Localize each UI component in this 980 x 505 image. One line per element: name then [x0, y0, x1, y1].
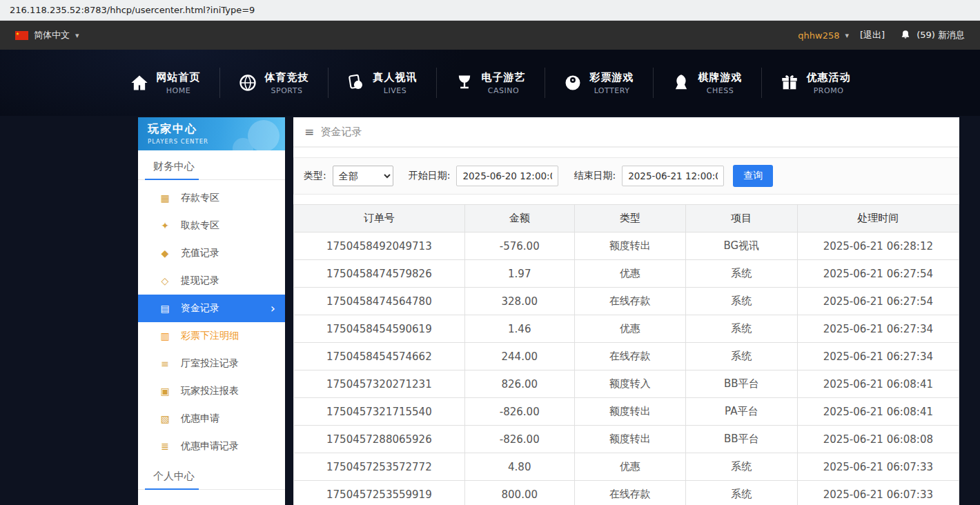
sidebar-header: 玩家中心 PLAYERS CENTER [138, 117, 285, 150]
table-cell: -826.00 [464, 398, 574, 426]
table-cell: 系统 [685, 288, 797, 315]
nav-item-title: 体育竞技 [265, 71, 309, 84]
table-row: 1750457320271231826.00额度转入BB平台2025-06-21… [294, 370, 959, 398]
sidebar-item-lottery-bet-detail[interactable]: ▥彩票下注明细 [138, 322, 285, 350]
table-cell: 2025-06-21 06:07:33 [797, 453, 959, 481]
nav-item-title: 真人视讯 [373, 71, 418, 84]
home-icon [130, 73, 149, 92]
content: 玩家中心 PLAYERS CENTER 财务中心 ▦存款专区✦取款专区◆充值记录… [0, 116, 980, 505]
sidebar-item-funds-history[interactable]: ▤资金记录› [138, 295, 285, 322]
table-cell: 在线存款 [574, 343, 685, 370]
nav-item-title: 网站首页 [157, 71, 201, 84]
table-cell: 额度转出 [574, 426, 685, 453]
url-text: 216.118.235.52:8783/hhcp/usercenter.html… [10, 5, 255, 15]
sidebar-item-label: 彩票下注明细 [181, 330, 239, 342]
sidebar-item-deposit[interactable]: ▦存款专区 [138, 184, 285, 212]
messages-link[interactable]: (59) 新消息 [917, 29, 965, 41]
nav-item-subtitle: HOME [166, 86, 190, 95]
start-date-input[interactable] [456, 166, 558, 186]
end-date-input[interactable] [622, 166, 724, 186]
sidebar-item-label: 提现记录 [181, 275, 219, 287]
type-label: 类型: [304, 170, 326, 182]
sidebar-item-promo-apply[interactable]: ▧优惠申请 [138, 405, 285, 433]
nav-item-title: 优惠活动 [807, 71, 851, 84]
column-header: 类型 [574, 205, 685, 232]
sidebar-title: 玩家中心 [148, 122, 285, 137]
bell-icon[interactable] [900, 30, 911, 41]
sidebar-item-label: 优惠申请记录 [181, 440, 239, 453]
table-cell: 系统 [685, 315, 797, 343]
chevron-down-icon[interactable]: ▾ [845, 31, 849, 40]
nav-item-lives[interactable]: 真人视讯LIVES [328, 65, 436, 101]
china-flag-icon [15, 31, 28, 40]
nav-item-home[interactable]: 网站首页HOME [111, 65, 219, 101]
column-header: 项目 [685, 205, 797, 232]
table-cell: 4.80 [464, 453, 574, 481]
withdraw-icon: ✦ [159, 220, 171, 231]
table-cell: 2025-06-21 06:08:41 [797, 370, 959, 398]
table-cell: BB平台 [685, 426, 797, 453]
search-button[interactable]: 查询 [733, 165, 773, 187]
nav-item-promo[interactable]: 优惠活动PROMO [761, 65, 870, 101]
table-cell: 1.46 [464, 315, 574, 343]
logout-link[interactable]: [退出] [860, 29, 885, 41]
table-cell: 2025-06-21 06:27:54 [797, 288, 959, 315]
sidebar-item-hall-bet-history[interactable]: ≡厅室投注记录 [138, 350, 285, 377]
main-nav: 网站首页HOME体育竞技SPORTS真人视讯LIVES电子游艺CASINO彩票游… [0, 50, 980, 116]
table-cell: 优惠 [574, 260, 685, 288]
sidebar-item-label: 取款专区 [181, 219, 219, 232]
table-header-row: 订单号金额类型项目处理时间 [294, 205, 959, 232]
sidebar-item-label: 玩家投注报表 [181, 385, 239, 397]
column-header: 处理时间 [797, 205, 959, 232]
sidebar-subtitle: PLAYERS CENTER [148, 138, 285, 145]
casino-icon [455, 73, 474, 92]
nav-item-title: 棋牌游戏 [698, 71, 743, 84]
table-cell: 额度转入 [574, 370, 685, 398]
recharge-icon: ◆ [159, 248, 171, 259]
table-cell: 系统 [685, 343, 797, 370]
sidebar-item-label: 厅室投注记录 [181, 357, 239, 370]
table-cell: 系统 [685, 453, 797, 481]
nav-item-subtitle: SPORTS [271, 86, 303, 95]
funds-icon: ▤ [159, 303, 171, 314]
table-cell: 1.97 [464, 260, 574, 288]
start-date-label: 开始日期: [409, 170, 451, 182]
user-area: qhhw258 ▾ [退出] (59) 新消息 [798, 29, 965, 41]
language-selector[interactable]: 简体中文 ▾ [15, 29, 79, 41]
nav-item-subtitle: CHESS [707, 86, 734, 95]
table-row: 17504584545906191.46优惠系统2025-06-21 06:27… [294, 315, 959, 343]
table-cell: 1750458474564780 [294, 288, 465, 315]
cashout-icon: ◇ [159, 275, 171, 286]
nav-item-chess[interactable]: 棋牌游戏CHESS [653, 65, 761, 101]
sidebar: 玩家中心 PLAYERS CENTER 财务中心 ▦存款专区✦取款专区◆充值记录… [138, 117, 285, 505]
promo-icon [780, 73, 799, 92]
sidebar-section-personal: 个人中心 [138, 460, 285, 490]
sidebar-item-label: 资金记录 [181, 302, 219, 315]
end-date-label: 结束日期: [574, 170, 616, 182]
sidebar-item-withdraw[interactable]: ✦取款专区 [138, 212, 285, 239]
column-header: 订单号 [294, 205, 465, 232]
nav-item-sports[interactable]: 体育竞技SPORTS [219, 65, 328, 101]
sidebar-item-promo-apply-history[interactable]: ≣优惠申请记录 [138, 433, 285, 460]
table-cell: 1750458454574662 [294, 343, 465, 370]
nav-item-lottery[interactable]: 彩票游戏LOTTERY [545, 65, 653, 101]
nav-item-title: 电子游艺 [482, 71, 526, 84]
table-cell: 1750457253572772 [294, 453, 465, 481]
table-cell: 1750457288065926 [294, 426, 465, 453]
breadcrumb-label: 资金记录 [320, 126, 362, 139]
nav-item-casino[interactable]: 电子游艺CASINO [436, 65, 545, 101]
table-cell: 在线存款 [574, 288, 685, 315]
browser-url-bar[interactable]: 216.118.235.52:8783/hhcp/usercenter.html… [0, 0, 980, 21]
table-cell: 2025-06-21 06:27:54 [797, 260, 959, 288]
username[interactable]: qhhw258 [798, 30, 839, 41]
column-header: 金额 [464, 205, 574, 232]
table-row: 17504572535727724.80优惠系统2025-06-21 06:07… [294, 453, 959, 481]
table-cell: 额度转出 [574, 232, 685, 260]
sidebar-item-player-bet-report[interactable]: ▣玩家投注报表 [138, 377, 285, 405]
sidebar-item-cashout-history[interactable]: ◇提现记录 [138, 267, 285, 295]
sidebar-item-recharge-history[interactable]: ◆充值记录 [138, 239, 285, 267]
type-select[interactable]: 全部 [333, 166, 393, 186]
table-cell: 2025-06-21 06:08:08 [797, 426, 959, 453]
table-cell: 在线存款 [574, 481, 685, 505]
table-cell: 2025-06-21 06:27:34 [797, 315, 959, 343]
